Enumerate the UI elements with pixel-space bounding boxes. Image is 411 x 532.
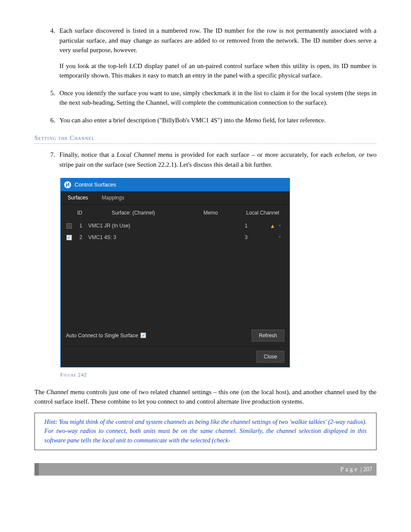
row-surface: VMC1 4S: 3 [86, 233, 178, 241]
para-part: menu is provided for each surface – or m… [156, 151, 335, 158]
para: If you look at the top-left LCD display … [59, 61, 377, 81]
app-icon [64, 181, 71, 188]
list-item-6: 6. You can also enter a brief descriptio… [47, 115, 377, 125]
surfaces-table: ID Surface: (Channel) Memo Local Channel… [61, 205, 290, 325]
dialog-bottom-bar: Auto Connect to Single Surface ✔ Refresh [61, 325, 290, 346]
body-paragraph: The Channel menu controls just one of tw… [34, 387, 377, 407]
row-checkbox[interactable]: ✔ [66, 235, 72, 240]
channel-value: 1 [245, 222, 248, 230]
list-item-4: 4. Each surface discovered is listed in … [47, 26, 377, 81]
warning-icon: ▲ [270, 222, 275, 230]
col-header-id: ID [64, 209, 86, 217]
row-id: 2 [74, 233, 86, 241]
dialog-tabs: Surfaces Mappings [61, 191, 290, 205]
list-text: You can also enter a brief description (… [59, 115, 377, 125]
refresh-button[interactable]: Refresh [252, 330, 284, 342]
control-surfaces-dialog: Control Surfaces Surfaces Mappings ID Su… [60, 178, 290, 367]
table-row: 1 VMC1 JR (In Use) 1 ▲ ▼ [61, 220, 290, 232]
row-local-channel[interactable]: 1 ▲ ▼ [243, 222, 282, 230]
list-number: 7. [47, 150, 59, 169]
footer-sep: | [359, 466, 363, 473]
row-checkbox-wrap: ✔ [64, 235, 74, 240]
page-footer: Page | 207 [34, 463, 377, 476]
channel-emph: Channel [47, 389, 68, 395]
list-number: 4. [47, 26, 59, 81]
channel-value: 3 [245, 233, 248, 241]
col-header-memo: Memo [178, 209, 243, 217]
para-part: The [34, 389, 47, 395]
list-text: Finally, notice that a Local Channel men… [59, 150, 377, 169]
row-surface: VMC1 JR (In Use) [86, 222, 178, 230]
list-item-7: 7. Finally, notice that a Local Channel … [47, 150, 377, 169]
list-text: Each surface discovered is listed in a n… [59, 26, 377, 81]
para-part: You can also enter a brief description (… [59, 117, 245, 124]
list-number: 5. [47, 88, 59, 108]
auto-connect-row: Auto Connect to Single Surface ✔ [66, 332, 146, 339]
local-channel-emph: Local Channel [117, 151, 156, 158]
list-text: Once you identify the surface you want t… [59, 88, 377, 108]
table-row: ✔ 2 VMC1 4S: 3 3 ▼ [61, 232, 290, 243]
hint-box: Hint: You might think of the control and… [34, 413, 377, 450]
auto-connect-label: Auto Connect to Single Surface [66, 332, 138, 339]
close-button[interactable]: Close [256, 351, 284, 363]
list-item-5: 5. Once you identify the surface you wan… [47, 88, 377, 108]
tab-surfaces[interactable]: Surfaces [61, 191, 95, 204]
memo-emph: Memo [245, 117, 262, 124]
table-header: ID Surface: (Channel) Memo Local Channel [61, 205, 290, 220]
tab-mappings[interactable]: Mappings [95, 191, 131, 204]
dialog-titlebar: Control Surfaces [61, 178, 290, 191]
col-header-local-channel: Local Channel [243, 209, 282, 217]
chevron-down-icon: ▼ [278, 234, 282, 240]
section-heading-setting-channel: Setting the Channel [34, 134, 377, 144]
chevron-down-icon: ▼ [278, 223, 282, 229]
row-checkbox[interactable] [66, 223, 72, 229]
row-local-channel[interactable]: 3 ▼ [243, 233, 282, 241]
figure-caption: Figure 242 [60, 371, 377, 379]
col-header-surface: Surface: (Channel) [86, 209, 178, 217]
footer-page-number: 207 [363, 466, 372, 473]
row-id: 1 [74, 222, 86, 230]
echelon-emph: echelon, or [335, 151, 364, 158]
control-surfaces-dialog-figure: Control Surfaces Surfaces Mappings ID Su… [60, 178, 377, 367]
dialog-title: Control Surfaces [75, 180, 116, 189]
para-part: field, for later reference. [261, 117, 326, 124]
para-part: Finally, notice that a [59, 151, 117, 158]
footer-label: Page [340, 466, 359, 473]
para: Each surface discovered is listed in a n… [59, 27, 377, 53]
hint-text: Hint: You might think of the control and… [44, 418, 367, 444]
list-number: 6. [47, 115, 59, 125]
numbered-list-upper: 4. Each surface discovered is listed in … [47, 26, 377, 125]
auto-connect-checkbox[interactable]: ✔ [140, 333, 146, 338]
para-part: menu controls just one of two related ch… [34, 389, 377, 405]
dialog-close-bar: Close [61, 346, 290, 367]
numbered-list-lower: 7. Finally, notice that a Local Channel … [47, 150, 377, 169]
para: Once you identify the surface you want t… [59, 90, 377, 106]
row-checkbox-wrap [64, 223, 74, 229]
